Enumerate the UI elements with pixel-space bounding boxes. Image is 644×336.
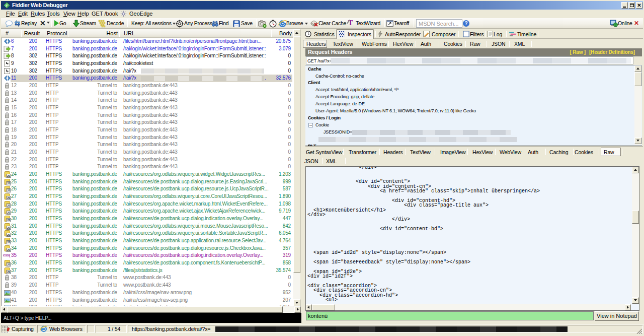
- svg-text:JS: JS: [7, 189, 11, 192]
- svg-text:JS: JS: [7, 241, 11, 244]
- svg-text:JS: JS: [7, 174, 11, 177]
- svg-text:JS: JS: [7, 271, 11, 274]
- svg-text:JS: JS: [7, 226, 11, 229]
- svg-text:JS: JS: [7, 211, 11, 214]
- svg-text:JS: JS: [7, 263, 11, 266]
- svg-text:F: F: [6, 4, 8, 8]
- svg-text:JS: JS: [7, 248, 11, 251]
- svg-text:JS: JS: [7, 182, 11, 185]
- svg-text:JS: JS: [7, 204, 11, 207]
- svg-text:JS: JS: [7, 219, 11, 222]
- svg-text:JS: JS: [7, 233, 11, 236]
- svg-text:JS: JS: [7, 196, 11, 199]
